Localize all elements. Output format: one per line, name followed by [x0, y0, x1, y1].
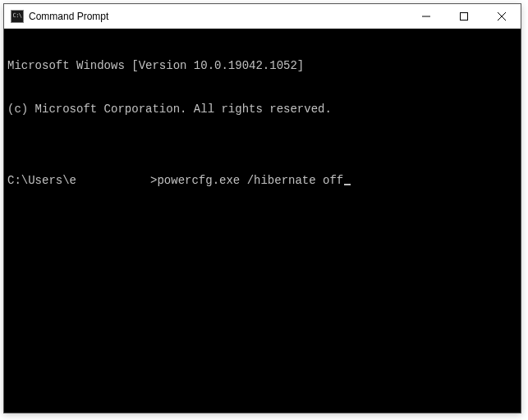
maximize-icon — [460, 12, 468, 21]
command-prompt-window: C:\ Command Prompt Microsoft Windows [Ve… — [3, 3, 521, 413]
svg-rect-1 — [461, 12, 468, 20]
window-controls — [407, 4, 521, 28]
prompt-path-prefix: C:\Users\e — [7, 174, 76, 189]
command-prompt-icon: C:\ — [11, 10, 24, 23]
titlebar[interactable]: C:\ Command Prompt — [4, 4, 521, 29]
maximize-button[interactable] — [445, 4, 483, 28]
prompt-suffix: > — [150, 174, 157, 189]
window-title: Command Prompt — [29, 11, 108, 22]
app-icon-glyph: C:\ — [12, 13, 21, 19]
terminal-area[interactable]: Microsoft Windows [Version 10.0.19042.10… — [4, 29, 521, 413]
terminal-version-line: Microsoft Windows [Version 10.0.19042.10… — [7, 59, 517, 74]
text-cursor — [344, 184, 351, 185]
terminal-prompt-line: C:\Users\e>powercfg.exe /hibernate off — [7, 174, 517, 189]
minimize-button[interactable] — [407, 4, 445, 28]
minimize-icon — [422, 12, 430, 21]
close-button[interactable] — [483, 4, 521, 28]
prompt-redacted-username — [76, 176, 150, 185]
close-icon — [498, 12, 506, 21]
typed-command: powercfg.exe /hibernate off — [157, 174, 343, 189]
terminal-copyright-line: (c) Microsoft Corporation. All rights re… — [7, 103, 517, 117]
